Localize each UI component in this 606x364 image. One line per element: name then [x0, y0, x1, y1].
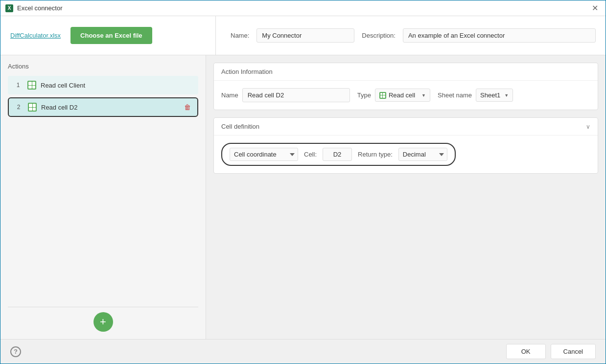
collapse-icon[interactable]: ∨: [586, 123, 590, 130]
action-info-title: Action Information: [221, 68, 273, 75]
left-panel: Actions 1 Read cell Client 🗑: [0, 55, 206, 339]
type-cell-icon: [379, 92, 386, 99]
connector-description-input[interactable]: [403, 28, 596, 43]
action-item-1[interactable]: 1 Read cell Client 🗑: [8, 76, 198, 94]
cell-def-header: Cell definition ∨: [214, 118, 598, 136]
close-button[interactable]: ✕: [589, 2, 601, 14]
file-section: DiffCalculator.xlsx Choose an Excel file: [10, 16, 216, 55]
cell-def-title: Cell definition: [221, 123, 259, 130]
choose-file-button[interactable]: Choose an Excel file: [70, 27, 152, 44]
action-label-2: Read cell D2: [41, 104, 183, 111]
cell-coordinate-select[interactable]: Cell coordinate: [230, 148, 298, 161]
main-content: Actions 1 Read cell Client 🗑: [0, 55, 606, 339]
return-type-select[interactable]: Decimal: [398, 148, 447, 161]
file-link[interactable]: DiffCalculator.xlsx: [10, 32, 61, 39]
excel-connector-dialog: X Excel connector ✕ DiffCalculator.xlsx …: [0, 0, 606, 364]
return-type-label: Return type:: [358, 151, 393, 158]
action-type-group: Type: [357, 89, 430, 102]
action-type-label: Type: [357, 91, 371, 99]
type-dropdown-icon: ▼: [421, 93, 426, 98]
action-list: 1 Read cell Client 🗑 2: [8, 76, 198, 299]
dialog-title: Excel connector: [17, 4, 63, 12]
type-select-wrapper: Read cell ▼: [375, 89, 430, 102]
sheet-name-group: Sheet name Sheet1 ▼: [438, 89, 513, 102]
action-name-group: Name: [221, 88, 350, 102]
description-label: Description:: [362, 32, 396, 39]
cell-value-input[interactable]: [323, 148, 352, 161]
delete-action-2-button[interactable]: 🗑: [183, 102, 192, 112]
cell-def-row: Cell coordinate Cell: Return type: Decim…: [221, 143, 456, 166]
action-icon-1: [27, 80, 37, 90]
name-label: Name:: [231, 32, 249, 39]
add-btn-container: +: [8, 307, 198, 332]
action-name-label: Name: [221, 91, 238, 99]
sheet-dropdown-icon: ▼: [504, 93, 509, 98]
action-number-1: 1: [13, 80, 23, 90]
help-button[interactable]: ?: [10, 346, 21, 357]
cancel-button[interactable]: Cancel: [551, 344, 596, 359]
action-icon-2: [27, 102, 37, 112]
sheet-value: Sheet1: [480, 91, 500, 99]
cell-def-content: Cell coordinate Cell: Return type: Decim…: [214, 136, 598, 173]
ok-button[interactable]: OK: [506, 344, 546, 359]
connector-name-input[interactable]: [256, 28, 354, 43]
type-value: Read cell: [389, 91, 415, 99]
title-bar: X Excel connector ✕: [0, 0, 606, 16]
connector-info-section: Name: Description:: [216, 28, 596, 43]
right-panel: Action Information Name Type: [206, 55, 606, 339]
action-item-2[interactable]: 2 Read cell D2 🗑: [8, 97, 198, 117]
action-number-2: 2: [14, 102, 23, 112]
add-action-button[interactable]: +: [93, 312, 113, 332]
sheet-name-label: Sheet name: [438, 91, 472, 99]
title-bar-left: X Excel connector: [5, 4, 63, 12]
action-information-section: Action Information Name Type: [213, 63, 598, 110]
action-name-input[interactable]: [242, 88, 350, 102]
cell-definition-section: Cell definition ∨ Cell coordinate Cell: …: [213, 117, 598, 174]
bottom-bar: ? OK Cancel: [0, 339, 606, 364]
app-icon: X: [5, 4, 13, 12]
top-panel: DiffCalculator.xlsx Choose an Excel file…: [0, 16, 606, 55]
action-info-header: Action Information: [214, 63, 598, 81]
dialog-buttons: OK Cancel: [506, 344, 596, 359]
actions-title: Actions: [8, 63, 198, 70]
cell-label: Cell:: [304, 151, 317, 158]
action-label-1: Read cell Client: [41, 82, 183, 89]
action-info-content: Name Type: [214, 81, 598, 110]
